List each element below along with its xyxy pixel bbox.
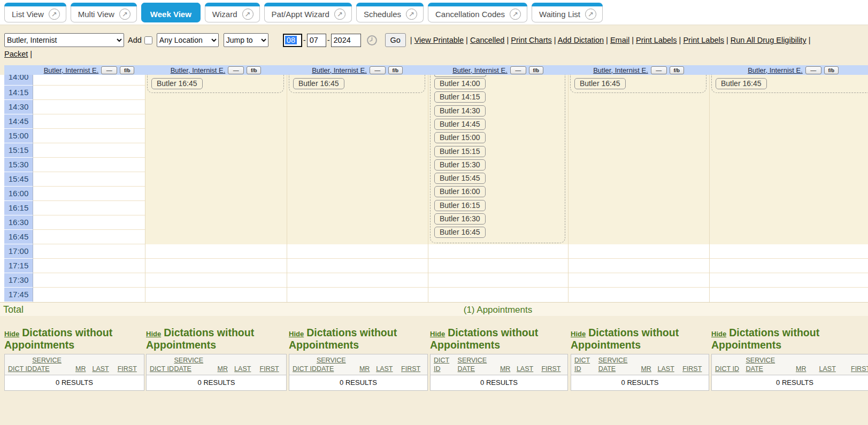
- dictations-column-header[interactable]: DICT ID: [574, 356, 598, 373]
- dictations-column-header[interactable]: SERVICE DATE: [317, 356, 359, 373]
- dictations-column-header[interactable]: MR: [641, 365, 657, 373]
- appointment-chip[interactable]: Butler 15:15: [434, 146, 486, 157]
- jump-to-select[interactable]: Jump to: [224, 33, 268, 47]
- toolbar-link[interactable]: View Printable: [414, 36, 464, 44]
- tab-wizard[interactable]: Wizard↗: [205, 3, 260, 22]
- provider-link[interactable]: Butler, Internist E.: [452, 66, 508, 74]
- provider-select[interactable]: Butler, Internist: [4, 33, 124, 47]
- dictations-column-header[interactable]: LAST: [658, 365, 683, 373]
- dictations-column-header[interactable]: SERVICE DATE: [746, 356, 790, 373]
- hide-dictations-link[interactable]: Hide: [430, 330, 445, 338]
- appointment-chip[interactable]: Butler 14:15: [434, 91, 486, 103]
- tab-list-view[interactable]: List View↗: [4, 3, 66, 22]
- dictations-column-header[interactable]: FIRST: [682, 365, 705, 373]
- hide-dictations-link[interactable]: Hide: [4, 330, 19, 338]
- dictations-column-header[interactable]: SERVICE DATE: [174, 356, 217, 373]
- tab-cancellation-codes[interactable]: Cancellation Codes↗: [428, 3, 527, 22]
- provider-link[interactable]: Butler, Internist E.: [171, 66, 226, 74]
- collapse-column-button[interactable]: —: [101, 66, 117, 74]
- hide-dictations-link[interactable]: Hide: [146, 330, 161, 338]
- dictations-column-header[interactable]: DICT ID: [150, 365, 174, 373]
- dictations-column-header[interactable]: MR: [359, 365, 376, 373]
- clock-icon[interactable]: [366, 35, 378, 46]
- forward-back-button[interactable]: f/b: [529, 66, 543, 74]
- appointment-chip[interactable]: Butler 15:00: [434, 132, 486, 143]
- appointment-chip[interactable]: Butler 15:30: [434, 159, 486, 171]
- forward-back-button[interactable]: f/b: [388, 66, 403, 74]
- forward-back-button[interactable]: f/b: [247, 66, 261, 74]
- collapse-column-button[interactable]: —: [228, 66, 244, 74]
- go-button[interactable]: Go: [385, 33, 406, 47]
- forward-back-button[interactable]: f/b: [120, 66, 134, 74]
- dictations-column-header[interactable]: FIRST: [118, 365, 141, 373]
- popout-icon[interactable]: ↗: [406, 9, 417, 20]
- appointment-chip[interactable]: Butler 16:45: [293, 78, 344, 89]
- tab-waiting-list[interactable]: Waiting List↗: [532, 3, 603, 22]
- appointment-chip[interactable]: Butler 16:45: [434, 227, 486, 238]
- provider-link[interactable]: Butler, Internist E.: [44, 66, 99, 74]
- toolbar-link[interactable]: Email: [610, 36, 629, 44]
- dictations-column-header[interactable]: LAST: [819, 365, 845, 373]
- dictations-column-header[interactable]: FIRST: [401, 365, 424, 373]
- appointment-chip[interactable]: Butler 16:45: [151, 78, 203, 89]
- dictations-column-header[interactable]: LAST: [376, 365, 401, 373]
- forward-back-button[interactable]: f/b: [670, 66, 684, 74]
- appointment-chip[interactable]: Butler 16:30: [434, 213, 486, 225]
- date-year-input[interactable]: [331, 34, 361, 47]
- tab-schedules[interactable]: Schedules↗: [356, 3, 424, 22]
- date-month-input[interactable]: 08: [283, 34, 302, 47]
- forward-back-button[interactable]: f/b: [824, 66, 839, 74]
- popout-icon[interactable]: ↗: [119, 9, 130, 20]
- add-checkbox[interactable]: [144, 36, 152, 44]
- dictations-column-header[interactable]: SERVICE DATE: [458, 356, 500, 373]
- toolbar-link[interactable]: Print Labels: [683, 36, 724, 44]
- toolbar-link[interactable]: Cancelled: [470, 36, 505, 44]
- dictations-column-header[interactable]: SERVICE DATE: [598, 356, 641, 373]
- dictations-column-header[interactable]: DICT ID: [715, 365, 740, 373]
- provider-link[interactable]: Butler, Internist E.: [748, 66, 803, 74]
- dictations-column-header[interactable]: FIRST: [260, 365, 283, 373]
- appointment-chip[interactable]: Butler 14:30: [434, 105, 486, 117]
- popout-icon[interactable]: ↗: [334, 9, 345, 20]
- hide-dictations-link[interactable]: Hide: [571, 330, 586, 338]
- hide-dictations-link[interactable]: Hide: [711, 330, 726, 338]
- appointment-chip[interactable]: Butler 16:00: [434, 186, 486, 197]
- collapse-column-button[interactable]: —: [510, 66, 526, 74]
- dictations-column-header[interactable]: MR: [217, 365, 234, 373]
- dictations-column-header[interactable]: FIRST: [851, 365, 868, 373]
- dictations-column-header[interactable]: MR: [500, 365, 517, 373]
- toolbar-link[interactable]: Print Labels: [636, 36, 677, 44]
- date-day-input[interactable]: [307, 34, 326, 47]
- dictations-column-header[interactable]: SERVICE DATE: [32, 356, 75, 373]
- appointment-chip[interactable]: Butler 14:00: [434, 78, 486, 89]
- collapse-column-button[interactable]: —: [805, 66, 821, 74]
- dictations-column-header[interactable]: LAST: [234, 365, 259, 373]
- dictations-column-header[interactable]: LAST: [517, 365, 541, 373]
- dictations-column-header[interactable]: DICT ID: [434, 356, 458, 373]
- dictations-column-header[interactable]: FIRST: [541, 365, 564, 373]
- dictations-column-header[interactable]: DICT ID: [293, 365, 317, 373]
- popout-icon[interactable]: ↗: [49, 9, 60, 20]
- dictations-column-header[interactable]: DICT ID: [8, 365, 32, 373]
- popout-icon[interactable]: ↗: [242, 9, 254, 20]
- toolbar-link[interactable]: Packet: [4, 50, 28, 58]
- hide-dictations-link[interactable]: Hide: [289, 330, 304, 338]
- dictations-column-header[interactable]: MR: [75, 365, 92, 373]
- appointment-chip[interactable]: Butler 15:45: [434, 173, 486, 184]
- popout-icon[interactable]: ↗: [510, 9, 521, 20]
- appointment-chip[interactable]: Butler 14:45: [434, 119, 486, 130]
- toolbar-link[interactable]: Run All Drug Eligibility: [731, 36, 806, 44]
- tab-pat-appt-wizard[interactable]: Pat/Appt Wizard↗: [264, 3, 352, 22]
- appointment-chip[interactable]: Butler 16:15: [434, 200, 486, 211]
- appointment-chip[interactable]: Butler 16:45: [716, 78, 767, 89]
- appointment-chip[interactable]: Butler 16:45: [574, 78, 626, 89]
- provider-link[interactable]: Butler, Internist E.: [312, 66, 367, 74]
- tab-multi-view[interactable]: Multi View↗: [71, 3, 137, 22]
- tab-week-view[interactable]: Week View: [141, 3, 201, 22]
- dictations-column-header[interactable]: MR: [796, 365, 813, 373]
- dictations-column-header[interactable]: LAST: [92, 365, 117, 373]
- provider-link[interactable]: Butler, Internist E.: [593, 66, 648, 74]
- toolbar-link[interactable]: Add Dictation: [558, 36, 604, 44]
- location-select[interactable]: Any Location: [157, 33, 219, 47]
- popout-icon[interactable]: ↗: [585, 9, 596, 20]
